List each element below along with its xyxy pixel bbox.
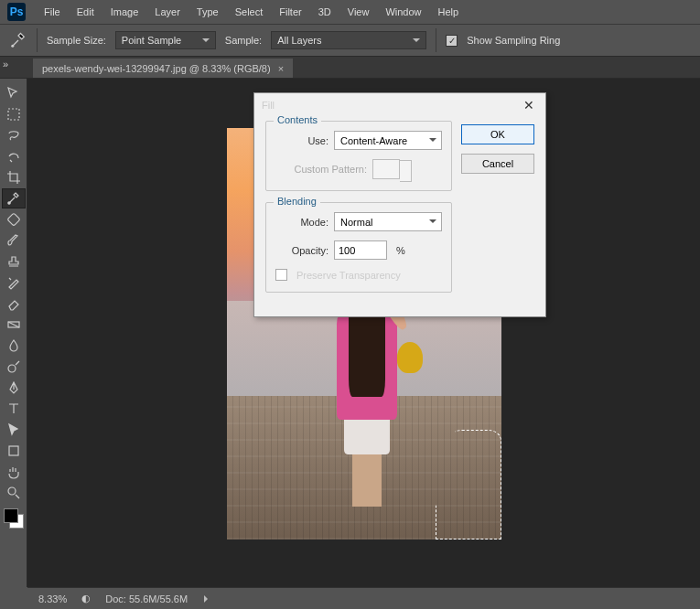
svg-point-5 [8,365,16,372]
document-tab[interactable]: pexels-wendy-wei-13299947.jpg @ 8.33% (R… [33,59,293,78]
status-menu-icon[interactable] [204,595,211,603]
type-tool[interactable] [2,399,26,419]
divider [37,28,38,52]
svg-rect-6 [9,446,18,455]
blending-legend: Blending [274,196,320,207]
contents-fieldset: Contents Use: Content-Aware Custom Patte… [265,121,452,191]
lasso-tool[interactable] [2,125,26,145]
marquee-tool[interactable] [2,104,26,124]
menu-filter[interactable]: Filter [272,3,308,21]
menu-view[interactable]: View [340,3,377,21]
use-select[interactable]: Content-Aware [334,131,442,150]
preserve-transparency-label: Preserve Transparency [296,270,401,281]
app-logo: Ps [7,3,26,21]
heal-tool[interactable] [2,209,26,230]
close-icon[interactable]: ✕ [520,96,538,114]
fg-color[interactable] [4,508,18,523]
menu-type[interactable]: Type [189,3,226,21]
cancel-button[interactable]: Cancel [461,154,534,174]
menu-select[interactable]: Select [228,3,271,21]
opacity-input[interactable] [334,240,387,260]
svg-point-2 [8,202,10,204]
shape-tool[interactable] [2,441,26,461]
status-bar: 8.33% ◐ Doc: 55.6M/55.6M [27,587,700,609]
options-bar: Sample Size: Point Sample Sample: All La… [0,24,700,57]
history-brush-tool[interactable] [2,272,26,293]
pattern-label: Custom Pattern: [275,164,367,175]
eyedropper-tool[interactable] [2,188,26,208]
svg-point-0 [11,45,14,48]
svg-rect-1 [8,109,19,120]
divider [436,28,436,52]
color-swatches[interactable] [4,508,24,529]
use-label: Use: [275,135,328,146]
svg-rect-3 [7,213,20,226]
close-tab-icon[interactable]: × [278,63,284,74]
path-select-tool[interactable] [2,420,26,440]
eyedropper-icon[interactable] [9,30,27,50]
pen-tool[interactable] [2,378,26,398]
dodge-tool[interactable] [2,357,26,377]
doc-size: Doc: 55.6M/55.6M [105,593,188,604]
pattern-swatch [372,159,400,179]
menu-file[interactable]: File [37,3,68,21]
quick-select-tool[interactable] [2,146,26,166]
sample-select[interactable]: All Layers [271,31,426,49]
menu-edit[interactable]: Edit [70,3,102,21]
blending-fieldset: Blending Mode: Normal Opacity: % Preserv… [265,202,452,293]
menu-3d[interactable]: 3D [311,3,339,21]
eraser-tool[interactable] [2,294,26,314]
hand-tool[interactable] [2,462,26,482]
ok-button[interactable]: OK [461,124,534,144]
menu-window[interactable]: Window [378,3,428,21]
blur-tool[interactable] [2,336,26,356]
menu-help[interactable]: Help [431,3,467,21]
document-tabs: pexels-wendy-wei-13299947.jpg @ 8.33% (R… [0,57,700,79]
mode-label: Mode: [275,217,328,228]
preserve-transparency-checkbox[interactable] [275,269,287,281]
dialog-title: Fill [262,100,275,111]
gradient-tool[interactable] [2,315,26,335]
opacity-label: Opacity: [275,245,328,256]
sample-size-select[interactable]: Point Sample [115,31,216,49]
sample-size-label: Sample Size: [47,35,106,46]
toolbox [0,79,27,587]
show-ring-checkbox[interactable]: ✓ [446,35,458,47]
move-tool[interactable] [2,83,26,103]
zoom-level[interactable]: 8.33% [38,593,67,604]
brush-tool[interactable] [2,230,26,251]
stamp-tool[interactable] [2,251,26,272]
fill-dialog: Fill ✕ Contents Use: Content-Aware Custo… [253,92,546,317]
toolbar-collapse[interactable]: » [0,55,11,73]
zoom-slider-icon[interactable]: ◐ [81,593,91,604]
menu-layer[interactable]: Layer [147,3,188,21]
show-ring-label: Show Sampling Ring [467,35,560,46]
crop-tool[interactable] [2,167,26,187]
document-tab-title: pexels-wendy-wei-13299947.jpg @ 8.33% (R… [42,63,271,74]
sample-label: Sample: [225,35,262,46]
menubar: Ps File Edit Image Layer Type Select Fil… [0,0,700,24]
menu-image[interactable]: Image [103,3,146,21]
contents-legend: Contents [274,114,321,125]
svg-point-7 [8,487,16,495]
mode-select[interactable]: Normal [334,212,442,231]
percent-label: % [396,245,405,256]
zoom-tool[interactable] [2,483,26,503]
